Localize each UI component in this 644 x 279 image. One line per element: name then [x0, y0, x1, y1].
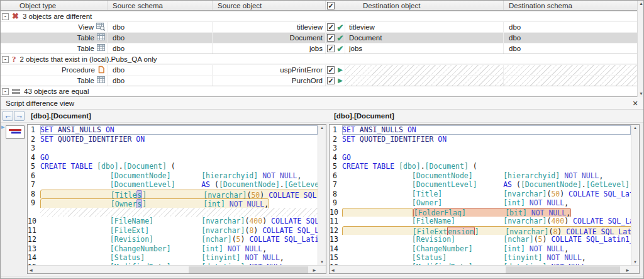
- scroll-right-icon[interactable]: ▶: [626, 268, 629, 272]
- select-all-checkbox[interactable]: ✓: [326, 1, 336, 10]
- scroll-up-icon[interactable]: ▲: [318, 126, 326, 130]
- source-script-editor[interactable]: 1SET ANSI_NULLS ON2SET QUOTED_IDENTIFIER…: [27, 124, 326, 274]
- changed-line-highlight: [Titles] [nvarchar](50) COLLATE SQL_Lati…: [40, 190, 318, 199]
- scroll-down-icon[interactable]: ▼: [631, 260, 639, 264]
- line-number: 9: [28, 198, 40, 208]
- line-number: 12: [330, 226, 342, 236]
- table-icon: [97, 76, 105, 85]
- source-object-cell: Document: [213, 33, 326, 43]
- objects-different-icon: ✖: [12, 12, 19, 20]
- destination-horizontal-scrollbar[interactable]: ◀ ▶: [330, 265, 639, 273]
- line-number: 8: [28, 190, 40, 199]
- script-difference-title: Script difference view: [6, 100, 631, 107]
- scrollbar-thumb[interactable]: [506, 266, 620, 273]
- code-line: 13 [ChangeNumber] [int] NOT NULL,: [28, 244, 318, 254]
- code-line: 10 [FolderFlag] [bit] NOT NULL,: [330, 208, 631, 217]
- destination-schema-cell: dbo: [504, 22, 637, 32]
- procedure-icon: [97, 65, 105, 75]
- object-row[interactable]: TabledboPurchOrd✓▶: [1, 75, 637, 86]
- create-arrow-icon: ▶: [338, 67, 343, 73]
- code-line: 7 [DocumentLevel] AS ([DocumentNode].[Ge…: [28, 180, 318, 190]
- line-number: 4: [28, 153, 40, 162]
- source-object-cell: titleview: [213, 22, 326, 32]
- object-type-label: Procedure: [62, 66, 95, 74]
- line-number: 12: [28, 235, 40, 244]
- source-schema-cell: dbo: [108, 43, 213, 54]
- line-number: 14: [330, 244, 342, 254]
- column-header-destination-schema[interactable]: Destination schema: [504, 1, 637, 10]
- changed-line-highlight: [342, 208, 413, 217]
- code-line: 9 [Owner] [int] NOT NULL,: [330, 198, 631, 208]
- collapse-expander[interactable]: -: [2, 13, 9, 20]
- scroll-left-icon[interactable]: ◀: [331, 268, 335, 272]
- code-line: 3: [330, 144, 631, 153]
- scroll-right-icon[interactable]: ▶: [313, 268, 316, 272]
- column-header-object-type[interactable]: Object type: [1, 1, 108, 10]
- include-checkbox[interactable]: ✓: [327, 23, 335, 31]
- column-header-source-object[interactable]: Source object: [213, 1, 326, 10]
- destination-object-cell: Document: [345, 33, 504, 43]
- object-row[interactable]: Tabledbojobs✓✔jobsdbo: [1, 43, 637, 54]
- exist-in-source-only-icon: ?: [12, 55, 16, 63]
- line-number: 11: [330, 217, 342, 226]
- schema-compare-window: Object type Source schema Source object …: [0, 0, 644, 279]
- char-diff-highlight: ension: [447, 227, 475, 236]
- left-pane-object-title: [dbo].[Document]: [31, 112, 91, 120]
- update-check-icon: ✔: [337, 45, 344, 53]
- column-header-source-schema[interactable]: Source schema: [108, 1, 213, 10]
- code-line: 6 [DocumentNode] [hierarchyid] NOT NULL,: [28, 171, 318, 181]
- source-object-cell: PurchOrd: [213, 76, 326, 86]
- close-icon[interactable]: ✕: [631, 99, 640, 108]
- comparison-grid: Object type Source schema Source object …: [1, 1, 644, 97]
- scroll-up-icon[interactable]: ▲: [638, 1, 644, 6]
- table-icon: [97, 33, 105, 42]
- line-number: 1: [330, 125, 342, 135]
- group-label: 2 objects that exist in (local).Pubs_QA …: [20, 55, 157, 63]
- include-checkbox[interactable]: ✓: [327, 66, 335, 74]
- include-checkbox[interactable]: ✓: [327, 45, 335, 52]
- code-line: 5CREATE TABLE [dbo].[Document] (: [330, 162, 631, 171]
- line-number: 13: [330, 235, 342, 244]
- code-line: 10 [FileName] [nvarchar](400) COLLATE SQ…: [28, 217, 318, 226]
- changed-line-highlight: [Owners] [int] NOT NULL,: [40, 198, 269, 208]
- destination-script-editor[interactable]: 1SET ANSI_NULLS ON2SET QUOTED_IDENTIFIER…: [329, 124, 640, 274]
- line-number: 8: [330, 190, 342, 199]
- previous-difference-button[interactable]: ←: [3, 111, 13, 121]
- column-header-destination-object[interactable]: Destination object: [345, 1, 504, 10]
- update-check-icon: ✔: [337, 34, 344, 42]
- group-label: 43 objects are equal: [24, 88, 89, 95]
- line-number: 11: [28, 226, 40, 236]
- source-horizontal-scrollbar[interactable]: ◀ ▶: [28, 265, 326, 273]
- object-row[interactable]: TabledboDocument✓✔Documentdbo: [1, 32, 637, 43]
- scroll-down-icon[interactable]: ▼: [638, 91, 644, 96]
- destination-vertical-scrollbar[interactable]: ▲ ▼: [631, 125, 639, 265]
- scroll-up-icon[interactable]: ▲: [631, 126, 639, 130]
- collapse-expander[interactable]: -: [2, 56, 9, 63]
- scrollbar-thumb[interactable]: [189, 266, 308, 273]
- scroll-left-icon[interactable]: ◀: [30, 268, 33, 272]
- group-row[interactable]: -?2 objects that exist in (local).Pubs_Q…: [1, 54, 637, 64]
- source-object-cell: uspPrintError: [213, 65, 326, 75]
- include-checkbox[interactable]: ✓: [327, 34, 335, 42]
- line-number: 5: [28, 162, 40, 171]
- object-row[interactable]: ProceduredbouspPrintError✓▶: [1, 64, 637, 75]
- right-pane-object-title: [dbo].[Document]: [334, 112, 394, 120]
- scroll-down-icon[interactable]: ▼: [318, 260, 326, 264]
- table-icon: [97, 44, 105, 53]
- object-row[interactable]: Viewdbotitleview✓✔titleviewdbo: [1, 21, 637, 32]
- group-row[interactable]: -✖3 objects are different: [1, 11, 637, 21]
- source-vertical-scrollbar[interactable]: ▲ ▼: [318, 125, 326, 265]
- next-difference-button[interactable]: →: [14, 111, 25, 121]
- column-header-action: [336, 1, 345, 10]
- include-checkbox[interactable]: ✓: [327, 77, 335, 84]
- splitter-collapse-icon[interactable]: ▶: [1, 125, 4, 130]
- grid-vertical-scrollbar[interactable]: ▲ ▼: [637, 1, 644, 97]
- line-number: 10: [330, 208, 342, 217]
- source-code-area: 1SET ANSI_NULLS ON2SET QUOTED_IDENTIFIER…: [28, 125, 318, 265]
- group-row[interactable]: -43 objects are equal: [1, 86, 637, 96]
- destination-object-cell: [345, 76, 504, 86]
- checkbox-icon[interactable]: ✓: [327, 2, 335, 9]
- collapse-expander[interactable]: -: [2, 88, 9, 95]
- code-line: 14 [ChangeNumber] [int] NOT NULL,: [330, 244, 631, 254]
- source-schema-cell: dbo: [108, 33, 213, 43]
